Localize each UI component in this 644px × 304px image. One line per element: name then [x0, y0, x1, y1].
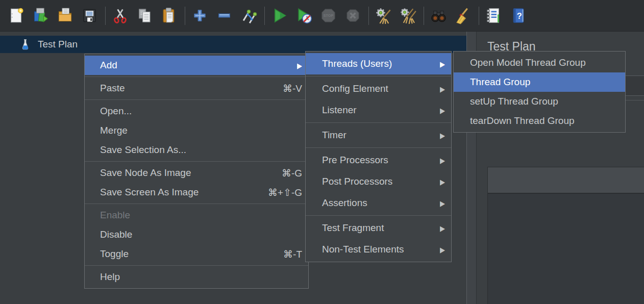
menu-item-pre-processors[interactable]: Pre Processors▶	[306, 149, 451, 171]
add-submenu: Threads (Users)▶Config Element▶Listener▶…	[305, 51, 452, 262]
menu-item-thread-group[interactable]: Thread Group	[454, 72, 625, 92]
submenu-arrow-icon: ▶	[440, 156, 445, 164]
menu-item-assertions[interactable]: Assertions▶	[306, 192, 451, 214]
menu-item-shortcut: ⌘-G	[282, 167, 302, 179]
menu-item-merge[interactable]: Merge	[85, 121, 308, 140]
menu-separator	[85, 161, 308, 162]
menu-item-label: Save Screen As Image	[100, 187, 199, 198]
menu-item-save-screen-as-image[interactable]: Save Screen As Image⌘+⇧-G	[85, 183, 308, 202]
menu-separator	[306, 215, 451, 216]
shutdown-icon	[343, 4, 362, 28]
menu-item-timer[interactable]: Timer▶	[306, 124, 451, 146]
menu-item-disable[interactable]: Disable	[85, 225, 308, 244]
toolbar-separator	[105, 7, 106, 25]
copy-icon[interactable]	[135, 4, 154, 28]
new-file-icon[interactable]	[6, 4, 26, 28]
menu-item-label: setUp Thread Group	[470, 96, 558, 107]
user-defined-variables-table[interactable]	[487, 167, 644, 304]
submenu-arrow-icon: ▶	[440, 59, 445, 68]
open-file-icon[interactable]	[55, 4, 75, 28]
paste-icon[interactable]	[159, 4, 179, 28]
menu-item-label: Non-Test Elements	[322, 244, 404, 255]
menu-item-label: tearDown Thread Group	[470, 115, 575, 126]
menu-item-help[interactable]: Help	[85, 267, 308, 287]
threads-users-submenu: Open Model Thread GroupThread GroupsetUp…	[453, 51, 626, 133]
menu-separator	[306, 147, 451, 148]
menu-item-paste[interactable]: Paste⌘-V	[85, 79, 308, 98]
menu-item-enable: Enable	[85, 206, 308, 225]
submenu-arrow-icon: ▶	[440, 131, 445, 139]
menu-item-post-processors[interactable]: Post Processors▶	[306, 171, 451, 192]
menu-item-save-selection-as[interactable]: Save Selection As...	[85, 140, 308, 160]
menu-item-label: Open Model Thread Group	[470, 57, 586, 68]
menu-separator	[85, 99, 308, 100]
menu-item-label: Listener	[322, 105, 357, 116]
save-icon[interactable]	[80, 4, 99, 28]
menu-item-label: Open...	[100, 106, 132, 117]
templates-icon[interactable]	[31, 4, 50, 28]
cut-icon[interactable]	[110, 4, 130, 28]
stop-icon	[318, 4, 338, 28]
menu-item-label: Threads (Users)	[322, 58, 392, 69]
table-header-row	[488, 167, 644, 194]
clear-icon[interactable]	[374, 4, 393, 28]
menu-separator	[306, 76, 451, 77]
menu-item-test-fragment[interactable]: Test Fragment▶	[306, 217, 451, 239]
menu-item-label: Toggle	[100, 248, 129, 260]
menu-item-label: Add	[100, 60, 117, 71]
clear-search-icon[interactable]	[453, 4, 473, 28]
tree-item-test-plan[interactable]: Test Plan	[0, 36, 466, 53]
menu-item-add[interactable]: Add▶	[85, 56, 308, 75]
menu-item-listener[interactable]: Listener▶	[306, 99, 451, 121]
submenu-arrow-icon: ▶	[297, 61, 302, 69]
clear-all-icon[interactable]	[398, 4, 417, 28]
toolbar-separator	[479, 7, 479, 25]
menu-item-label: Test Fragment	[322, 222, 384, 234]
menu-separator	[85, 204, 308, 204]
flask-icon	[19, 38, 31, 52]
help-icon[interactable]	[508, 4, 528, 28]
menu-item-open[interactable]: Open...	[85, 102, 308, 121]
menu-item-label: Pre Processors	[322, 155, 388, 166]
menu-separator	[85, 77, 308, 77]
submenu-arrow-icon: ▶	[440, 223, 445, 232]
menu-item-shortcut: ⌘-T	[283, 248, 302, 260]
swap-droppers-icon[interactable]	[239, 4, 258, 28]
menu-item-label: Paste	[100, 83, 125, 94]
submenu-arrow-icon: ▶	[440, 198, 445, 207]
menu-item-save-node-as-image[interactable]: Save Node As Image⌘-G	[85, 163, 308, 183]
menu-item-label: Assertions	[322, 197, 367, 209]
submenu-arrow-icon: ▶	[440, 84, 445, 93]
add-icon[interactable]	[190, 4, 209, 28]
menu-item-threads-users[interactable]: Threads (Users)▶	[306, 53, 451, 74]
menu-item-label: Help	[100, 271, 120, 283]
start-no-timers-icon[interactable]	[294, 4, 313, 28]
submenu-arrow-icon: ▶	[440, 177, 445, 186]
menu-item-label: Save Node As Image	[100, 167, 191, 179]
search-icon[interactable]	[429, 4, 448, 28]
menu-item-label: Config Element	[322, 83, 388, 94]
menu-item-label: Disable	[100, 229, 132, 240]
start-icon[interactable]	[269, 4, 289, 28]
menu-item-shortcut: ⌘-V	[283, 83, 302, 94]
menu-item-label: Post Processors	[322, 176, 392, 187]
submenu-arrow-icon: ▶	[440, 245, 445, 254]
menu-item-non-test-elements[interactable]: Non-Test Elements▶	[306, 239, 451, 260]
menu-item-toggle[interactable]: Toggle⌘-T	[85, 244, 308, 264]
toolbar	[0, 0, 644, 32]
menu-item-config-element[interactable]: Config Element▶	[306, 78, 451, 99]
toolbar-separator	[424, 7, 424, 25]
menu-separator	[306, 122, 451, 123]
submenu-arrow-icon: ▶	[440, 106, 445, 114]
function-helper-icon[interactable]	[484, 4, 503, 28]
context-menu: Add▶Paste⌘-VOpen...MergeSave Selection A…	[84, 54, 309, 289]
menu-item-teardown-thread-group[interactable]: tearDown Thread Group	[454, 111, 625, 131]
menu-item-shortcut: ⌘+⇧-G	[268, 187, 302, 198]
menu-item-label: Enable	[100, 210, 130, 221]
menu-item-open-model-thread-group[interactable]: Open Model Thread Group	[454, 53, 625, 72]
menu-separator	[85, 265, 308, 266]
menu-item-setup-thread-group[interactable]: setUp Thread Group	[454, 92, 625, 111]
menu-item-label: Merge	[100, 125, 128, 136]
tree-item-label: Test Plan	[38, 39, 78, 50]
remove-icon[interactable]	[214, 4, 234, 28]
